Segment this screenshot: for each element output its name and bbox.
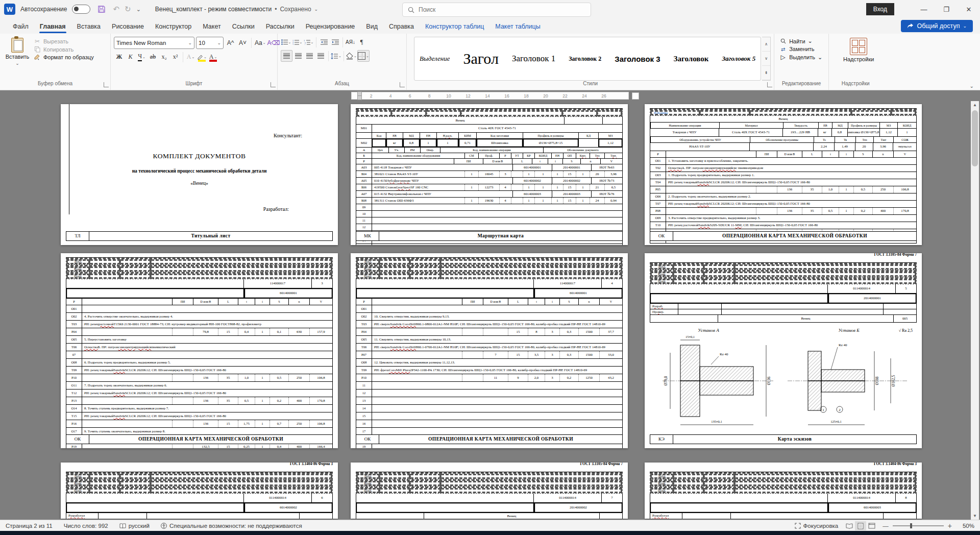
- document-page-p4[interactable]: Дубл.Взам.Подл.11400001736014000001РПИD …: [61, 253, 338, 448]
- document-page-p7[interactable]: ГОСТ 3.1404-86 Форма 3Дубл.Взам.Подл.011…: [61, 463, 338, 519]
- style-item[interactable]: Заголовок 1: [512, 54, 555, 64]
- replace-button[interactable]: ⇄Заменить: [779, 46, 822, 52]
- document-page-p3[interactable]: И.КопеваВенецНаименование операцииМатери…: [645, 104, 922, 245]
- word-logo-icon[interactable]: W: [4, 4, 15, 15]
- scroll-up-icon[interactable]: ▲: [971, 101, 979, 109]
- read-mode-button[interactable]: [844, 521, 855, 530]
- styles-expand-icon[interactable]: ⇟: [762, 66, 770, 80]
- ribbon-tab[interactable]: Конструктор: [150, 20, 197, 34]
- style-item[interactable]: Заголовок 3: [615, 55, 660, 63]
- zoom-slider-thumb[interactable]: [910, 523, 912, 528]
- accessibility-status[interactable]: Специальные возможности: не поддерживают…: [155, 523, 308, 529]
- font-dialog-launcher-icon[interactable]: [271, 82, 276, 87]
- text-effects-button[interactable]: А⌄: [185, 52, 196, 62]
- search-input[interactable]: Поиск: [402, 3, 591, 17]
- zoom-out-button[interactable]: —: [883, 523, 889, 529]
- ribbon-tab[interactable]: Рассылки: [260, 20, 300, 34]
- superscript-button[interactable]: x²: [170, 52, 181, 62]
- document-page-p9[interactable]: ГОСТ 3.1404-86 Форма 3Дубл.Взам.Подл.011…: [645, 463, 922, 519]
- style-item[interactable]: Заголовок 2: [569, 55, 601, 63]
- sort-button[interactable]: АЯ↓: [345, 37, 356, 47]
- ribbon-tab[interactable]: Главная: [34, 20, 71, 34]
- document-page-p2[interactable]: ВенецМ01Сталь 40Х ГОСТ 4543-71КодЕВМДЕНН…: [351, 104, 628, 245]
- bold-button[interactable]: Ж: [114, 52, 125, 62]
- close-button[interactable]: ✕: [958, 0, 980, 18]
- justify-button[interactable]: [315, 51, 326, 61]
- ribbon-tab[interactable]: Ссылки: [227, 20, 260, 34]
- undo-icon[interactable]: ↶: [113, 5, 119, 14]
- scrollbar-thumb[interactable]: [972, 110, 978, 166]
- cut-button[interactable]: ✂Вырезать: [34, 38, 94, 45]
- font-size-select[interactable]: 10⌄: [196, 37, 224, 49]
- ribbon-tab[interactable]: Рецензирование: [300, 20, 361, 34]
- decrease-indent-button[interactable]: [318, 37, 329, 47]
- document-page-p8[interactable]: ГОСТ 3.1105-84 Форма 7Дубл.Взам.Подл.011…: [351, 463, 628, 519]
- collapse-ribbon-icon[interactable]: ⌄: [970, 83, 974, 89]
- strikethrough-button[interactable]: ab: [148, 52, 158, 62]
- zoom-slider[interactable]: [893, 525, 944, 526]
- addins-button[interactable]: Надстройки: [844, 37, 873, 62]
- autosave-toggle[interactable]: [72, 5, 90, 14]
- ribbon-tab[interactable]: Вид: [360, 20, 383, 34]
- minimize-button[interactable]: —: [913, 0, 935, 18]
- highlight-button[interactable]: ⌄: [197, 52, 207, 62]
- bullets-button[interactable]: ⌄: [281, 37, 291, 47]
- increase-indent-button[interactable]: [330, 37, 340, 47]
- font-family-select[interactable]: Times New Roman⌄: [114, 37, 194, 49]
- share-button[interactable]: Общий доступ ⌄: [901, 20, 973, 32]
- style-item[interactable]: Заголовок: [674, 55, 709, 63]
- align-left-button[interactable]: [281, 50, 292, 62]
- indent-marker-bottom[interactable]: [357, 95, 362, 100]
- grow-font-button[interactable]: А^: [225, 38, 236, 48]
- document-canvas[interactable]: ▲ ▼ Консультант:КОМПЛЕКТ ДОКУМЕНТОВна те…: [0, 101, 980, 520]
- shading-button[interactable]: ⌄: [346, 51, 357, 61]
- format-painter-button[interactable]: Формат по образцу: [34, 54, 94, 60]
- line-spacing-button[interactable]: ⌄: [331, 51, 341, 61]
- web-layout-button[interactable]: [866, 521, 877, 530]
- subscript-button[interactable]: x₂: [159, 52, 169, 62]
- focus-mode-button[interactable]: Фокусировка: [789, 523, 844, 529]
- style-item[interactable]: Заголовок 5: [722, 55, 755, 63]
- ribbon-tab[interactable]: Файл: [7, 20, 34, 34]
- zoom-level[interactable]: 50%: [957, 523, 980, 529]
- multilevel-list-button[interactable]: 1ai⌄: [303, 37, 314, 47]
- save-icon[interactable]: [95, 3, 108, 15]
- word-count[interactable]: Число слов: 992: [58, 523, 114, 529]
- document-page-p1[interactable]: Консультант:КОМПЛЕКТ ДОКУМЕНТОВна технол…: [61, 104, 338, 245]
- document-page-p6[interactable]: ГОСТ 3.1105-84 Форма 7Дубл.Взам.Подл.011…: [645, 253, 922, 448]
- copy-button[interactable]: Копировать: [34, 46, 94, 53]
- zoom-in-button[interactable]: +: [948, 522, 952, 530]
- ribbon-tab[interactable]: Макет таблицы: [489, 20, 546, 34]
- ribbon-tab[interactable]: Конструктор таблиц: [420, 20, 489, 34]
- shrink-font-button[interactable]: А˅: [237, 38, 248, 48]
- ribbon-tab[interactable]: Рисование: [106, 20, 150, 34]
- page-indicator[interactable]: Страница 2 из 11: [0, 523, 58, 529]
- paste-button[interactable]: Вставить ⌄: [3, 37, 32, 66]
- select-button[interactable]: ▷Выделить⌄: [779, 54, 822, 61]
- align-center-button[interactable]: [293, 51, 304, 61]
- ribbon-tab[interactable]: Справка: [383, 20, 420, 34]
- signin-button[interactable]: Вход: [866, 3, 894, 15]
- find-button[interactable]: Найти⌄: [779, 38, 822, 44]
- pilcrow-button[interactable]: ¶: [356, 37, 367, 47]
- style-item[interactable]: Загол: [463, 50, 498, 67]
- customize-qat-icon[interactable]: ⌄: [136, 6, 141, 13]
- horizontal-ruler[interactable]: 2468101214161820222426: [351, 92, 629, 100]
- numbering-button[interactable]: 123⌄: [292, 37, 303, 47]
- ribbon-tab[interactable]: Вставка: [71, 20, 106, 34]
- paragraph-dialog-launcher-icon[interactable]: [400, 82, 405, 87]
- style-item[interactable]: Выделение: [420, 55, 450, 63]
- document-title[interactable]: Венец_комплект - режим совместимости • С…: [155, 6, 318, 13]
- document-page-p5[interactable]: Дубл.Взам.Подл.11400001746014000001РПИD …: [351, 253, 628, 448]
- restore-button[interactable]: ❐: [935, 0, 958, 18]
- ribbon-tab[interactable]: Макет: [197, 20, 226, 34]
- print-layout-button[interactable]: [855, 521, 866, 530]
- borders-button[interactable]: ⌄: [357, 50, 370, 62]
- styles-dialog-launcher-icon[interactable]: [767, 82, 772, 87]
- redo-icon[interactable]: ↻: [125, 5, 131, 14]
- change-case-button[interactable]: Aa⌄: [255, 38, 266, 48]
- align-right-button[interactable]: [304, 51, 315, 61]
- language-indicator[interactable]: русский: [114, 523, 155, 529]
- font-color-button[interactable]: А⌄: [208, 52, 218, 62]
- vertical-scrollbar[interactable]: ▲ ▼: [971, 101, 979, 520]
